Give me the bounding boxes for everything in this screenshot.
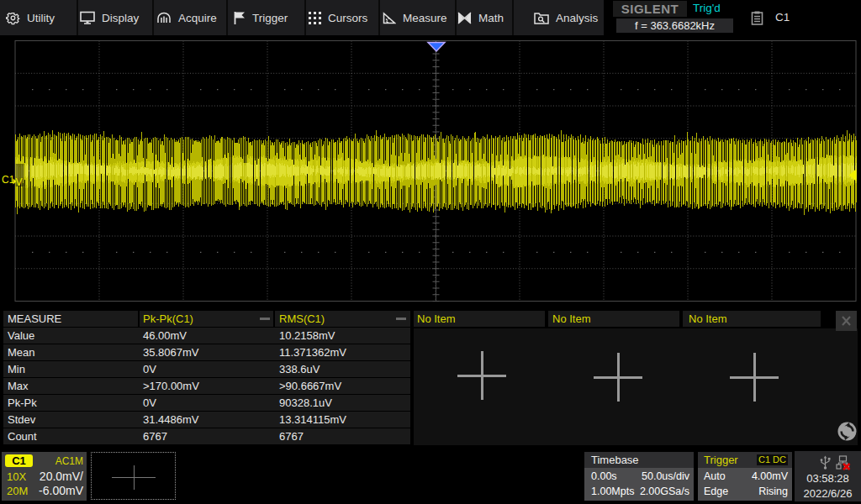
svg-text:C1: C1 xyxy=(2,174,15,186)
svg-text:V: V xyxy=(16,176,23,188)
